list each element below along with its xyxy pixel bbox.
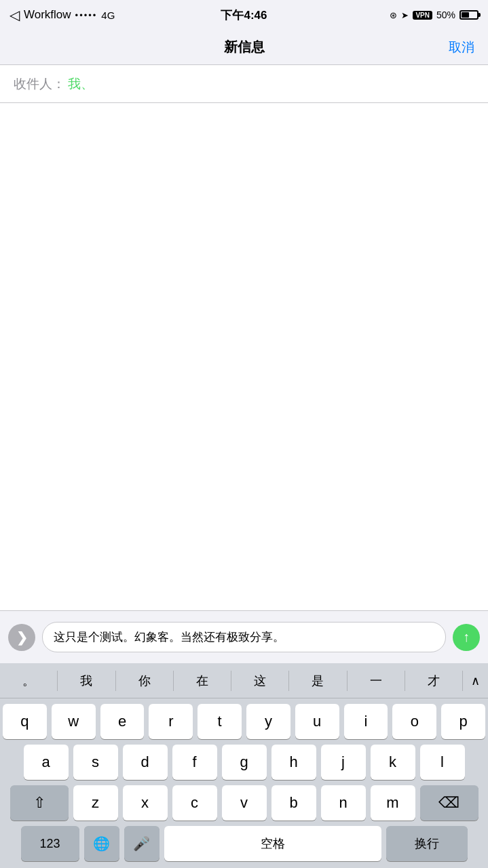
key-j[interactable]: j — [321, 745, 366, 780]
key-row-2: a s d f g h j k l — [3, 745, 485, 780]
key-u[interactable]: u — [295, 704, 339, 739]
vpn-badge: VPN — [413, 11, 432, 20]
key-b[interactable]: b — [271, 785, 316, 821]
to-label: 收件人： — [14, 75, 65, 93]
predictive-word-1[interactable]: 我 — [58, 669, 115, 693]
key-d[interactable]: d — [123, 745, 168, 780]
mic-key[interactable]: 🎤 — [124, 826, 159, 861]
key-x[interactable]: x — [123, 785, 168, 821]
expand-icon: ❯ — [16, 629, 28, 646]
keyboard: q w e r t y u i o p a s d f g h j k l ⇧ … — [0, 698, 488, 868]
predictive-caret[interactable]: ∧ — [463, 669, 488, 692]
key-a[interactable]: a — [24, 745, 69, 780]
send-button[interactable]: ↑ — [453, 624, 480, 651]
status-time: 下午4:46 — [221, 7, 267, 23]
globe-key[interactable]: 🌐 — [84, 826, 119, 861]
battery-percent: 50% — [436, 9, 455, 20]
key-f[interactable]: f — [172, 745, 217, 780]
predictive-bar: 。 我 你 在 这 是 一 才 ∧ — [0, 663, 488, 698]
key-h[interactable]: h — [271, 745, 316, 780]
nav-bar: 新信息 取消 — [0, 30, 488, 65]
key-i[interactable]: i — [344, 704, 388, 739]
key-p[interactable]: p — [441, 704, 485, 739]
location-icon: ➤ — [401, 10, 409, 20]
key-m[interactable]: m — [371, 785, 415, 821]
battery-icon — [459, 10, 478, 20]
expand-button[interactable]: ❯ — [8, 624, 35, 651]
input-bar: ❯ 这只是个测试。幻象客。当然还有极致分享。 ↑ — [0, 610, 488, 663]
key-c[interactable]: c — [172, 785, 217, 821]
key-row-1: q w e r t y u i o p — [3, 704, 485, 739]
predictive-word-3[interactable]: 在 — [174, 669, 231, 693]
key-s[interactable]: s — [73, 745, 118, 780]
key-w[interactable]: w — [52, 704, 96, 739]
signal-dots: ••••• — [75, 10, 98, 20]
to-field[interactable]: 收件人： 我、 — [0, 65, 488, 103]
battery-fill — [462, 12, 469, 18]
key-l[interactable]: l — [420, 745, 465, 780]
predictive-word-5[interactable]: 是 — [289, 669, 346, 693]
key-row-4: 123 🌐 🎤 空格 换行 — [3, 826, 485, 865]
key-n[interactable]: n — [321, 785, 366, 821]
key-e[interactable]: e — [100, 704, 145, 739]
predictive-word-6[interactable]: 一 — [348, 669, 405, 693]
space-key[interactable]: 空格 — [164, 826, 381, 861]
status-bar: ◁ Workflow ••••• 4G 下午4:46 ⊛ ➤ VPN 50% — [0, 0, 488, 30]
predictive-word-7[interactable]: 才 — [405, 669, 462, 693]
app-name: Workflow — [24, 8, 71, 22]
key-y[interactable]: y — [246, 704, 290, 739]
key-g[interactable]: g — [222, 745, 267, 780]
key-r[interactable]: r — [149, 704, 193, 739]
network-type: 4G — [101, 9, 115, 21]
shift-key[interactable]: ⇧ — [10, 785, 69, 821]
key-q[interactable]: q — [3, 704, 47, 739]
return-key[interactable]: 换行 — [386, 826, 468, 861]
key-k[interactable]: k — [371, 745, 415, 780]
back-icon[interactable]: ◁ — [10, 7, 20, 23]
cancel-button[interactable]: 取消 — [449, 39, 474, 56]
key-123[interactable]: 123 — [21, 826, 79, 861]
key-z[interactable]: z — [73, 785, 118, 821]
send-icon: ↑ — [463, 629, 470, 645]
delete-key[interactable]: ⌫ — [420, 785, 478, 821]
message-body[interactable] — [0, 103, 488, 610]
key-o[interactable]: o — [392, 704, 436, 739]
predictive-word-0[interactable]: 。 — [0, 669, 57, 693]
to-recipient: 我、 — [68, 75, 94, 93]
message-text: 这只是个测试。幻象客。当然还有极致分享。 — [54, 629, 284, 646]
predictive-word-2[interactable]: 你 — [116, 669, 173, 693]
predictive-word-4[interactable]: 这 — [231, 669, 288, 693]
lock-icon: ⊛ — [390, 10, 397, 20]
key-t[interactable]: t — [198, 704, 242, 739]
key-v[interactable]: v — [222, 785, 267, 821]
nav-title: 新信息 — [224, 38, 265, 56]
message-input[interactable]: 这只是个测试。幻象客。当然还有极致分享。 — [42, 622, 446, 653]
status-left: ◁ Workflow ••••• 4G — [10, 7, 115, 23]
status-right: ⊛ ➤ VPN 50% — [390, 9, 478, 20]
key-row-3: ⇧ z x c v b n m ⌫ — [3, 785, 485, 821]
